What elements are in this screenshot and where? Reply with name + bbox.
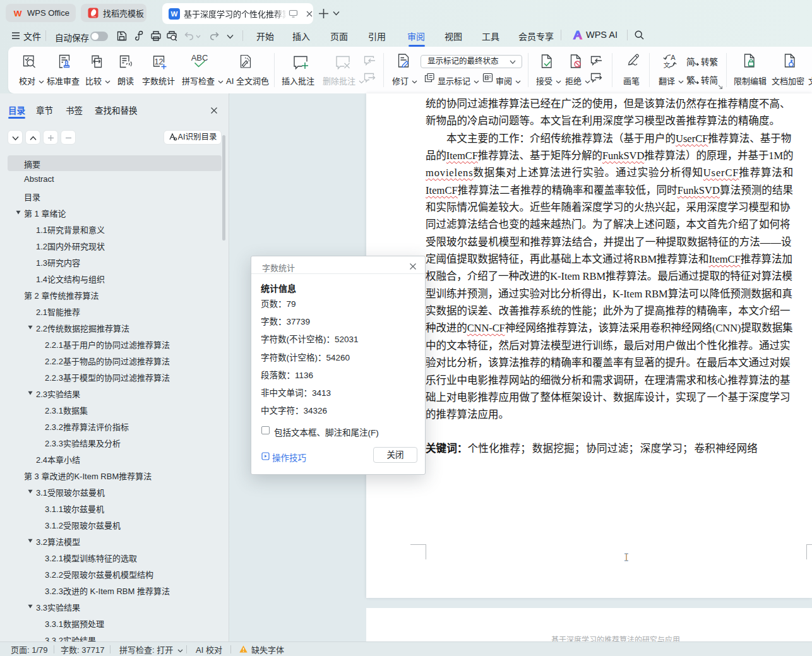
svg-text:W: W — [171, 10, 178, 18]
svg-text:A: A — [671, 54, 676, 61]
svg-text:ABC: ABC — [191, 53, 208, 63]
svg-text:W: W — [14, 9, 22, 17]
svg-text:12: 12 — [155, 57, 164, 66]
svg-text:文: 文 — [664, 61, 671, 69]
